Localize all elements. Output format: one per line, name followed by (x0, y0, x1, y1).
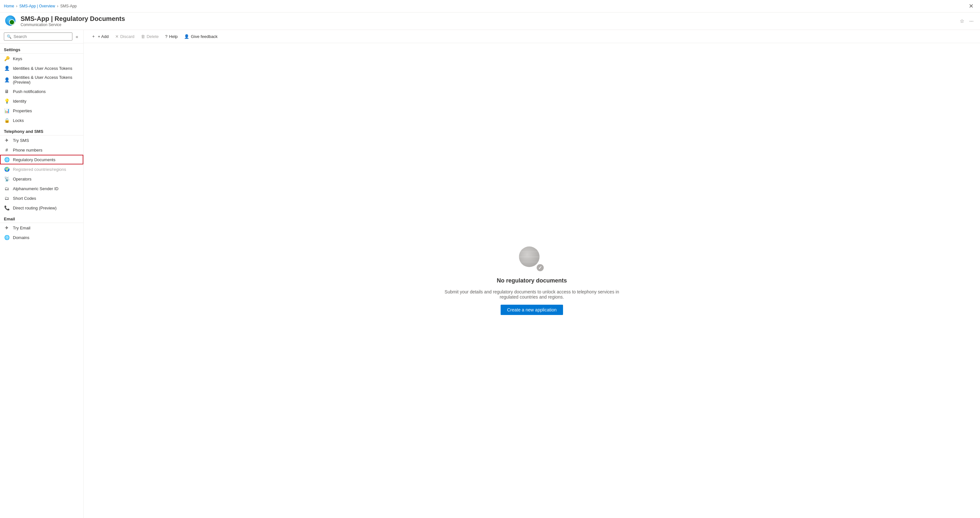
discard-button[interactable]: ✕ Discard (113, 32, 137, 41)
sidebar-item-try-sms[interactable]: ✈ Try SMS (0, 135, 83, 145)
empty-description: Submit your details and regulatory docum… (435, 289, 628, 300)
discard-label: Discard (120, 34, 135, 39)
sidebar-item-short-codes-label: Short Codes (13, 196, 36, 201)
regulatory-docs-icon: 🌐 (4, 157, 10, 162)
sidebar-item-push-notifications-label: Push notifications (13, 89, 46, 94)
sidebar-item-properties[interactable]: 📊 Properties (0, 106, 83, 116)
sidebar-item-short-codes[interactable]: 🗂 Short Codes (0, 193, 83, 203)
sidebar-item-registered-countries: 🌍 Registered countries/regions (0, 164, 83, 174)
resource-title: SMS-App | Regulatory Documents (21, 15, 955, 22)
globe-icon (5, 16, 16, 26)
sidebar-search-box: 🔍 (4, 32, 72, 41)
sidebar-item-phone-numbers-label: Phone numbers (13, 148, 43, 153)
alphanumeric-sender-icon: 🗂 (4, 186, 10, 191)
breadcrumb-sep-2: › (57, 4, 58, 8)
domains-icon: 🌐 (4, 235, 10, 240)
collapse-sidebar-button[interactable]: « (74, 33, 80, 41)
properties-icon: 📊 (4, 108, 10, 114)
delete-label: Delete (147, 34, 159, 39)
feedback-icon: 👤 (184, 34, 189, 39)
create-application-button[interactable]: Create a new application (501, 305, 563, 315)
identity-icon: 💡 (4, 98, 10, 104)
add-icon: ＋ (91, 33, 95, 39)
sidebar: 🔍 « Settings 🔑 Keys 👤 Identities & User … (0, 30, 84, 518)
sidebar-item-keys[interactable]: 🔑 Keys (0, 54, 83, 64)
breadcrumb-current: SMS-App (60, 4, 76, 8)
sidebar-item-operators-label: Operators (13, 176, 32, 181)
add-button[interactable]: ＋ + Add (89, 32, 111, 41)
sidebar-item-regulatory-documents-label: Regulatory Documents (13, 157, 55, 162)
main-layout: 🔍 « Settings 🔑 Keys 👤 Identities & User … (0, 30, 980, 518)
section-settings-label: Settings (0, 43, 83, 54)
sidebar-item-locks-label: Locks (13, 118, 24, 123)
identities-icon: 👤 (4, 65, 10, 71)
sidebar-item-operators[interactable]: 📡 Operators (0, 174, 83, 184)
sidebar-item-try-email-label: Try Email (13, 226, 30, 230)
sidebar-item-keys-label: Keys (13, 56, 22, 61)
section-telephony-label: Telephony and SMS (0, 125, 83, 135)
phone-numbers-icon: # (4, 147, 10, 153)
feedback-label: Give feedback (191, 34, 218, 39)
sidebar-search-row: 🔍 « (0, 30, 83, 43)
identities-preview-icon: 👤 (4, 77, 10, 83)
sidebar-item-locks[interactable]: 🔒 Locks (0, 116, 83, 125)
check-badge (11, 22, 16, 26)
check-circle-icon: ✓ (536, 263, 545, 272)
favorite-button[interactable]: ☆ (958, 17, 966, 25)
help-icon: ? (165, 34, 167, 39)
delete-button[interactable]: 🗑 Delete (138, 32, 162, 41)
toolbar: ＋ + Add ✕ Discard 🗑 Delete ? Help 👤 Give… (84, 30, 980, 43)
resource-subtitle: Communication Service (21, 22, 955, 27)
breadcrumb: Home › SMS-App | Overview › SMS-App (4, 4, 77, 8)
help-label: Help (169, 34, 178, 39)
sidebar-item-try-sms-label: Try SMS (13, 138, 29, 143)
sidebar-item-alphanumeric-sender[interactable]: 🗂 Alphanumeric Sender ID (0, 184, 83, 193)
sidebar-item-identities-preview[interactable]: 👤 Identities & User Access Tokens (Previ… (0, 73, 83, 87)
more-button[interactable]: ··· (968, 17, 975, 25)
globe-gray-icon (519, 246, 539, 267)
help-button[interactable]: ? Help (162, 32, 180, 41)
sidebar-item-direct-routing-label: Direct routing (Preview) (13, 206, 57, 210)
sidebar-item-push-notifications[interactable]: 🖥 Push notifications (0, 87, 83, 96)
sidebar-item-domains[interactable]: 🌐 Domains (0, 233, 83, 242)
direct-routing-icon: 📞 (4, 205, 10, 211)
sidebar-item-alphanumeric-sender-label: Alphanumeric Sender ID (13, 186, 59, 191)
sidebar-item-registered-countries-label: Registered countries/regions (13, 167, 66, 172)
short-codes-icon: 🗂 (4, 195, 10, 201)
sidebar-item-identities-preview-label: Identities & User Access Tokens (Preview… (13, 75, 80, 84)
discard-icon: ✕ (115, 34, 119, 39)
sidebar-item-direct-routing[interactable]: 📞 Direct routing (Preview) (0, 203, 83, 213)
sidebar-item-identities[interactable]: 👤 Identities & User Access Tokens (0, 64, 83, 73)
search-input[interactable] (14, 34, 70, 39)
content-area: ＋ + Add ✕ Discard 🗑 Delete ? Help 👤 Give… (84, 30, 980, 518)
breadcrumb-home[interactable]: Home (4, 4, 14, 8)
header-actions: ☆ ··· (958, 17, 975, 25)
sidebar-item-identities-label: Identities & User Access Tokens (13, 66, 72, 71)
breadcrumb-overview[interactable]: SMS-App | Overview (19, 4, 55, 8)
sidebar-item-phone-numbers[interactable]: # Phone numbers (0, 145, 83, 155)
delete-icon: 🗑 (141, 34, 145, 39)
sidebar-item-domains-label: Domains (13, 235, 29, 240)
sidebar-item-properties-label: Properties (13, 108, 32, 113)
sidebar-item-try-email[interactable]: ✈ Try Email (0, 223, 83, 233)
push-notifications-icon: 🖥 (4, 89, 10, 94)
resource-icon (5, 16, 17, 27)
try-email-icon: ✈ (4, 225, 10, 231)
breadcrumb-sep-1: › (16, 4, 18, 8)
feedback-button[interactable]: 👤 Give feedback (181, 32, 220, 41)
sidebar-item-identity[interactable]: 💡 Identity (0, 96, 83, 106)
locks-icon: 🔒 (4, 118, 10, 123)
close-button[interactable]: ✕ (966, 1, 976, 11)
registered-countries-icon: 🌍 (4, 166, 10, 172)
sidebar-item-regulatory-documents[interactable]: 🌐 Regulatory Documents (0, 155, 83, 164)
section-email-label: Email (0, 213, 83, 223)
empty-state-icon: ✓ (519, 246, 545, 272)
operators-icon: 📡 (4, 176, 10, 182)
content-body: ✓ No regulatory documents Submit your de… (84, 43, 980, 518)
try-sms-icon: ✈ (4, 137, 10, 143)
search-icon: 🔍 (7, 35, 11, 39)
add-label: + Add (98, 34, 109, 39)
sidebar-item-identity-label: Identity (13, 99, 26, 103)
top-bar: Home › SMS-App | Overview › SMS-App ✕ (0, 0, 980, 13)
resource-header: SMS-App | Regulatory Documents Communica… (0, 13, 980, 30)
